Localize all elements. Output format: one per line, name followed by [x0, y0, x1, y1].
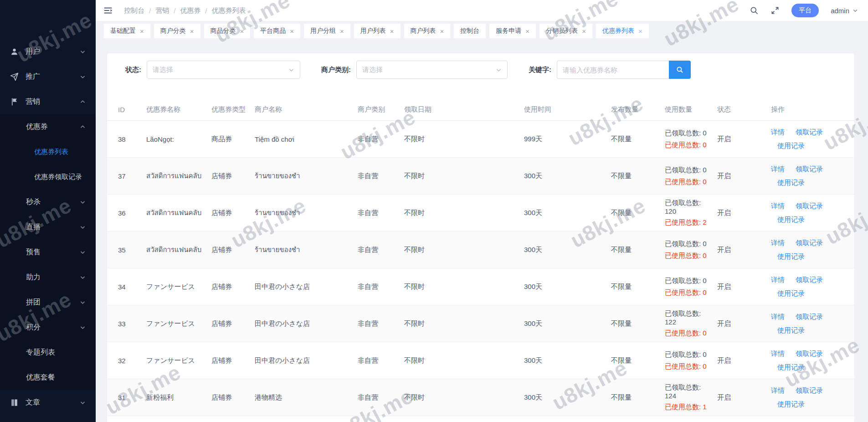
tab-item[interactable]: 用户列表×: [354, 24, 401, 38]
column-header: 使用数量: [665, 105, 717, 114]
receive-record-link[interactable]: 领取记录: [796, 276, 823, 284]
use-record-link[interactable]: 使用记录: [777, 400, 805, 408]
close-icon[interactable]: ×: [582, 28, 586, 35]
receive-record-link[interactable]: 领取记录: [796, 165, 823, 174]
tab-item[interactable]: 商户列表×: [404, 24, 451, 38]
sidebar-item[interactable]: [0, 415, 96, 422]
column-header: 商户类别: [358, 105, 404, 114]
breadcrumb-item[interactable]: 优惠券列表: [212, 6, 246, 15]
tab-item[interactable]: 控制台: [454, 24, 486, 38]
close-icon[interactable]: ×: [140, 28, 144, 35]
use-record-link[interactable]: 使用记录: [777, 142, 805, 149]
logo-area: [0, 0, 96, 39]
breadcrumb-item[interactable]: 控制台: [124, 6, 144, 15]
close-icon[interactable]: ×: [638, 28, 642, 35]
close-icon[interactable]: ×: [525, 28, 529, 35]
sidebar-item[interactable]: 优惠券列表: [0, 139, 96, 165]
breadcrumb-item[interactable]: 营销: [155, 6, 169, 15]
sidebar-item[interactable]: 拼团: [0, 290, 96, 315]
close-icon[interactable]: ×: [290, 28, 294, 35]
tab-item[interactable]: 用户分组×: [304, 24, 350, 38]
fullscreen-icon[interactable]: [770, 6, 780, 15]
sidebar-item[interactable]: 推广: [0, 64, 96, 89]
search-icon[interactable]: [750, 6, 759, 15]
tab-item[interactable]: 商户分类×: [154, 24, 200, 38]
detail-link[interactable]: 详情: [771, 386, 785, 395]
sidebar-item[interactable]: 秒杀: [0, 190, 96, 215]
tab-item[interactable]: 平台商品×: [254, 24, 300, 38]
search-icon: [676, 66, 684, 74]
sidebar-item[interactable]: 用户: [0, 39, 96, 64]
close-icon[interactable]: ×: [190, 28, 194, 35]
status-select[interactable]: 请选择: [147, 61, 300, 79]
receive-record-link[interactable]: 领取记录: [796, 202, 823, 211]
breadcrumb-separator: /: [149, 7, 151, 15]
close-icon[interactable]: ×: [390, 28, 394, 35]
tab-item[interactable]: 商品分类×: [204, 24, 251, 38]
detail-link[interactable]: 详情: [771, 128, 785, 137]
cell-merchant-category: 非自营: [358, 283, 404, 291]
cell-actions: 详情领取记录使用记录: [771, 313, 843, 335]
received-total: 已领取总数: 0: [665, 277, 713, 285]
close-icon[interactable]: ×: [340, 28, 344, 35]
receive-record-link[interactable]: 领取记录: [796, 128, 823, 137]
receive-record-link[interactable]: 领取记录: [796, 386, 823, 395]
platform-badge[interactable]: 平台: [791, 4, 819, 17]
tab-label: 控制台: [460, 27, 479, 35]
tab-item[interactable]: 基础配置×: [104, 24, 150, 38]
menu-fold-icon[interactable]: [103, 5, 113, 15]
search-button[interactable]: [669, 61, 691, 79]
receive-record-link[interactable]: 领取记录: [796, 350, 823, 358]
sidebar-item[interactable]: 专题列表: [0, 340, 96, 365]
sidebar-item[interactable]: 积分: [0, 315, 96, 340]
sidebar-item[interactable]: 预售: [0, 240, 96, 265]
breadcrumb-item[interactable]: 优惠券: [180, 6, 200, 15]
receive-record-link[interactable]: 领取记录: [796, 239, 823, 247]
cell-id: 32: [118, 357, 146, 365]
detail-link[interactable]: 详情: [771, 202, 785, 211]
cell-usage-qty: 已领取总数: 0已使用总数: 0: [665, 129, 717, 149]
use-record-link[interactable]: 使用记录: [777, 289, 805, 297]
table-row: 36สวัสดิการแฟนคลับ店铺券ร้านขายของชำ非自营不限时3…: [107, 195, 854, 232]
use-record-link[interactable]: 使用记录: [777, 363, 805, 371]
sidebar-item-label: 优惠券: [26, 122, 48, 132]
close-icon[interactable]: ×: [440, 28, 444, 35]
chevron-up-icon: [80, 99, 86, 105]
sidebar-item[interactable]: 优惠券: [0, 114, 96, 139]
cell-coupon-type: 店铺券: [211, 356, 255, 365]
cell-coupon-type: 店铺券: [211, 283, 255, 291]
sidebar-item[interactable]: 文章: [0, 390, 96, 415]
tab-item[interactable]: 分销员列表×: [539, 24, 592, 38]
admin-dropdown[interactable]: admin: [831, 7, 858, 15]
sidebar-item-label: 专题列表: [26, 348, 55, 357]
use-record-link[interactable]: 使用记录: [777, 326, 805, 334]
used-total: 已使用总数: 0: [665, 288, 713, 297]
sidebar-item[interactable]: 直播: [0, 215, 96, 240]
tab-item[interactable]: 服务申请×: [489, 24, 536, 38]
detail-link[interactable]: 详情: [771, 276, 785, 284]
use-record-link[interactable]: 使用记录: [777, 252, 805, 260]
detail-link[interactable]: 详情: [771, 165, 785, 174]
cell-merchant-category: 非自营: [358, 246, 404, 254]
cell-use-time: 300天: [524, 356, 611, 365]
status-badge: 开启: [717, 209, 771, 217]
cell-usage-qty: 已领取总数: 0已使用总数: 0: [665, 277, 717, 297]
merchant-type-select[interactable]: 请选择: [356, 61, 508, 79]
detail-link[interactable]: 详情: [771, 350, 785, 358]
sidebar-item[interactable]: 优惠券领取记录: [0, 165, 96, 190]
detail-link[interactable]: 详情: [771, 239, 785, 247]
use-record-link[interactable]: 使用记录: [777, 216, 805, 223]
close-icon[interactable]: ×: [240, 28, 244, 35]
sidebar-item[interactable]: 优惠套餐: [0, 365, 96, 390]
receive-record-link[interactable]: 领取记录: [796, 313, 823, 321]
use-record-link[interactable]: 使用记录: [777, 179, 805, 186]
cell-merchant-name: Tiệm đồ chơi: [255, 135, 358, 143]
sidebar-item[interactable]: 助力: [0, 265, 96, 290]
detail-link[interactable]: 详情: [771, 313, 785, 321]
status-select-placeholder: 请选择: [153, 66, 173, 74]
sidebar-item[interactable]: 营销: [0, 89, 96, 114]
tab-item[interactable]: 优惠券列表×: [596, 24, 649, 38]
keyword-input[interactable]: [557, 61, 669, 79]
app-root: 用户推广营销优惠券优惠券列表优惠券领取记录秒杀直播预售助力拼团积分专题列表优惠套…: [0, 0, 868, 422]
sidebar-item-label: 文章: [26, 398, 40, 407]
